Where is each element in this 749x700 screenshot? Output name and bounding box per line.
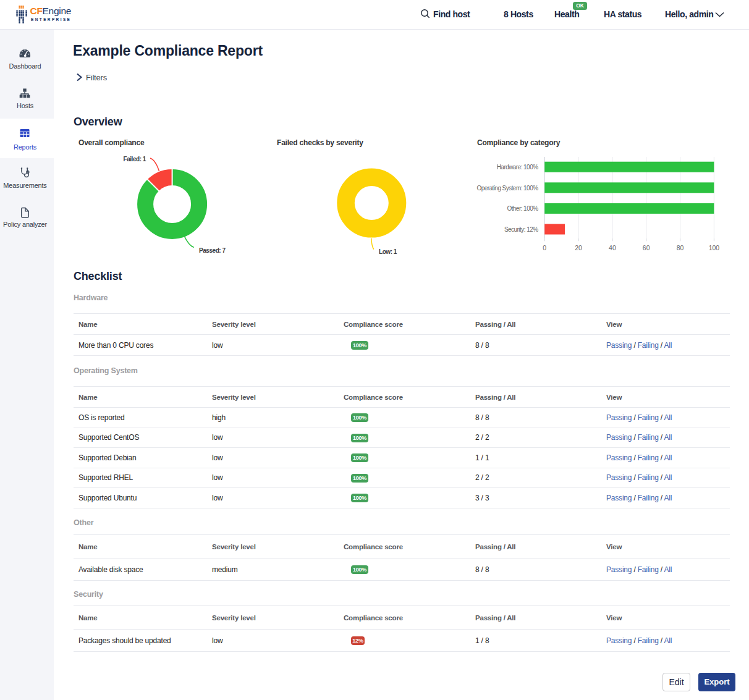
svg-text:Operating System: 100%: Operating System: 100% bbox=[476, 185, 538, 192]
svg-text:Security: 12%: Security: 12% bbox=[504, 226, 538, 233]
svg-text:ENTERPRISE: ENTERPRISE bbox=[31, 17, 71, 22]
svg-text:0: 0 bbox=[543, 244, 546, 251]
svg-text:Hardware: 100%: Hardware: 100% bbox=[497, 164, 538, 171]
svg-text:CFEngine: CFEngine bbox=[30, 6, 72, 16]
svg-text:80: 80 bbox=[677, 244, 684, 251]
svg-text:20: 20 bbox=[575, 244, 582, 251]
svg-text:Other: 100%: Other: 100% bbox=[507, 205, 538, 212]
svg-text:60: 60 bbox=[643, 244, 650, 251]
svg-text:40: 40 bbox=[609, 244, 616, 251]
svg-text:100: 100 bbox=[709, 244, 720, 251]
